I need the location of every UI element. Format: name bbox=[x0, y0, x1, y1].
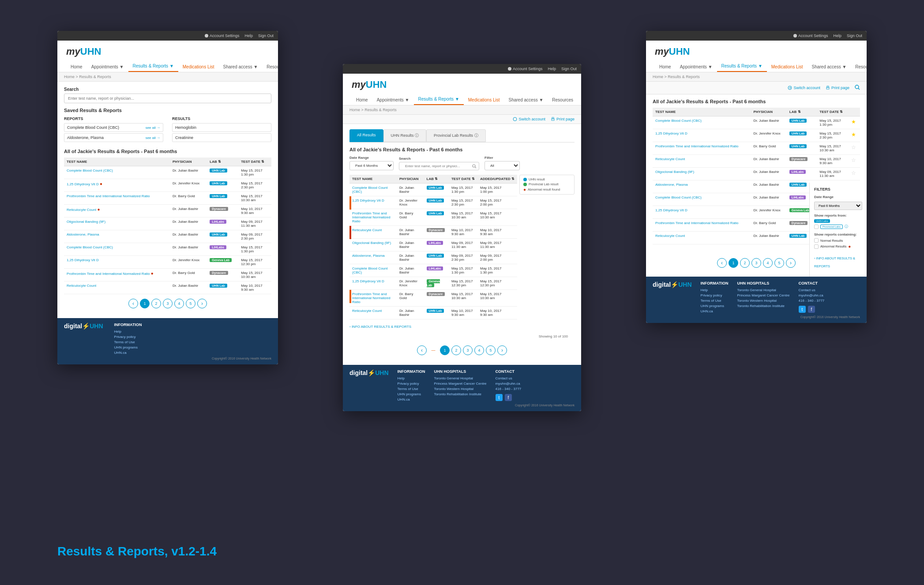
table-row[interactable]: Prothrombin Time and International Norma… bbox=[349, 209, 397, 226]
page-1-3[interactable]: 3 bbox=[163, 299, 173, 308]
help-2[interactable]: Help bbox=[833, 34, 841, 38]
table-row[interactable]: Complete Blood Count (CBC) bbox=[64, 243, 170, 256]
col-physician-3[interactable]: PHYSICIAN bbox=[397, 175, 424, 184]
nav-appointments-3[interactable]: Appointments ▼ bbox=[372, 95, 414, 105]
twitter-icon-3[interactable]: t bbox=[496, 394, 503, 401]
table-row[interactable]: Oligoclonal Banding (9F) bbox=[653, 168, 751, 180]
table-row[interactable]: 1,25 Dihydroxy Vit D bbox=[653, 206, 751, 219]
table-row[interactable]: Prothrombin Time and International Norma… bbox=[349, 290, 397, 307]
nav-appointments-1[interactable]: Appointments ▼ bbox=[87, 62, 128, 72]
nav-shared-2[interactable]: Shared access ▼ bbox=[807, 62, 851, 72]
star-cell[interactable]: ★ bbox=[849, 129, 860, 142]
star-cell[interactable]: ☆ bbox=[849, 168, 860, 180]
table-row[interactable]: 1,25 Dihydroxy Vit D ● bbox=[64, 179, 170, 192]
page-2-1[interactable]: 1 bbox=[729, 258, 738, 268]
col-test-2[interactable]: TEST NAME bbox=[653, 108, 751, 116]
breadcrumb-home-1[interactable]: Home bbox=[64, 75, 75, 79]
nav-shared-1[interactable]: Shared access ▼ bbox=[218, 62, 262, 72]
tab-all-results[interactable]: All Results bbox=[349, 129, 383, 142]
sign-out-3[interactable]: Sign Out bbox=[561, 67, 577, 71]
nav-resources-1[interactable]: Resources bbox=[262, 62, 278, 72]
table-row[interactable]: 1,25 Dihydroxy Vit D bbox=[349, 196, 397, 209]
facebook-icon-2[interactable]: f bbox=[808, 306, 815, 313]
table-row[interactable]: Reticulocyte Count bbox=[64, 281, 170, 294]
table-row[interactable]: Complete Blood Count (CBC) bbox=[653, 116, 751, 129]
star-cell[interactable]: ★ bbox=[849, 116, 860, 129]
table-row[interactable]: Prothrombin Time and International Norma… bbox=[64, 269, 170, 281]
report-row-2[interactable]: Aldosterone, Plasma see all → bbox=[64, 133, 163, 142]
nav-medications-3[interactable]: Medications List bbox=[464, 95, 504, 105]
col-test-1[interactable]: TEST NAME bbox=[64, 158, 170, 166]
col-added-3[interactable]: ADDED/UPDATED ⇅ bbox=[477, 175, 517, 184]
result-item-1[interactable]: Hemoglobin bbox=[172, 123, 271, 132]
nav-results-2[interactable]: Results & Reports ▼ bbox=[717, 61, 767, 72]
tab-uhn-results[interactable]: UHN Results ⓘ bbox=[383, 129, 427, 142]
page-3-2[interactable]: 2 bbox=[451, 345, 461, 355]
table-row[interactable]: Reticulocyte Count bbox=[653, 155, 751, 168]
nav-medications-1[interactable]: Medications List bbox=[178, 62, 219, 72]
table-row[interactable]: Aldosterone, Plasma bbox=[64, 230, 170, 243]
nav-resources-2[interactable]: Resources bbox=[851, 62, 867, 72]
page-2-2[interactable]: 2 bbox=[740, 258, 750, 268]
report-row-1[interactable]: Complete Blood Count (CBC) see all → bbox=[64, 123, 163, 132]
nav-appointments-2[interactable]: Appointments ▼ bbox=[676, 62, 717, 72]
nav-home-1[interactable]: Home bbox=[66, 62, 87, 72]
table-row[interactable]: 1,25 Dihydroxy Vit D bbox=[653, 129, 751, 142]
table-row[interactable]: Complete Blood Count (CBC) bbox=[64, 166, 170, 179]
help-1[interactable]: Help bbox=[244, 34, 253, 38]
normal-checkbox-2[interactable] bbox=[814, 238, 819, 243]
col-date-1[interactable]: TEST DATE ⇅ bbox=[238, 158, 271, 166]
table-row[interactable]: Oligoclonal Banding (9F) bbox=[349, 239, 397, 251]
page-3-3[interactable]: 3 bbox=[463, 345, 473, 355]
prev-page-1[interactable]: ‹ bbox=[128, 299, 138, 308]
star-cell[interactable]: ☆ bbox=[849, 142, 860, 155]
table-row[interactable]: Complete Blood Count (CBC) bbox=[349, 184, 397, 196]
col-lab-3[interactable]: LAB ⇅ bbox=[424, 175, 449, 184]
page-2-4[interactable]: 4 bbox=[763, 258, 773, 268]
page-1-4[interactable]: 4 bbox=[174, 299, 184, 308]
info-link-2[interactable]: › INFO ABOUT RESULTS & REPORTS bbox=[814, 253, 862, 269]
breadcrumb-section-1[interactable]: Results & Reports bbox=[79, 75, 111, 79]
result-item-2[interactable]: Creatinine bbox=[172, 133, 271, 142]
table-row[interactable]: Reticulocyte Count ● bbox=[64, 205, 170, 218]
page-1-5[interactable]: 5 bbox=[186, 299, 195, 308]
date-range-select-3[interactable]: Past 6 Months bbox=[349, 161, 394, 170]
table-row[interactable]: Reticulocyte Count bbox=[349, 226, 397, 239]
page-3-5[interactable]: 5 bbox=[486, 345, 496, 355]
provincial-checkbox-2[interactable] bbox=[814, 225, 819, 229]
print-page-3[interactable]: Print page bbox=[551, 117, 575, 121]
date-range-select-2[interactable]: Past 6 Months bbox=[814, 202, 862, 210]
help-3[interactable]: Help bbox=[548, 67, 556, 71]
col-test-3[interactable]: TEST NAME bbox=[349, 175, 397, 184]
account-settings-3[interactable]: Account Settings bbox=[508, 67, 543, 71]
col-lab-1[interactable]: LAB ⇅ bbox=[207, 158, 238, 166]
col-physician-2[interactable]: PHYSICIAN bbox=[751, 108, 786, 116]
next-page-3[interactable]: › bbox=[497, 345, 507, 355]
filter-select-3[interactable]: All bbox=[485, 161, 520, 170]
star-cell[interactable]: ☆ bbox=[849, 155, 860, 168]
col-physician-1[interactable]: PHYSICIAN bbox=[170, 158, 207, 166]
table-row[interactable]: Prothrombin Time and International Norma… bbox=[653, 142, 751, 155]
prev-page-3[interactable]: ‹ bbox=[417, 345, 427, 355]
table-row[interactable]: Prothrombin Time and International Norma… bbox=[653, 219, 751, 232]
nav-results-1[interactable]: Results & Reports ▼ bbox=[128, 61, 178, 72]
search-input-1[interactable] bbox=[64, 94, 271, 103]
nav-resources-3[interactable]: Resources bbox=[548, 95, 578, 105]
col-date-3[interactable]: TEST DATE ⇅ bbox=[449, 175, 477, 184]
prev-page-2[interactable]: ‹ bbox=[717, 258, 727, 268]
nav-shared-3[interactable]: Shared access ▼ bbox=[504, 95, 548, 105]
switch-account-3[interactable]: Switch account bbox=[513, 117, 545, 121]
sign-out-2[interactable]: Sign Out bbox=[847, 34, 862, 38]
page-3-4[interactable]: 4 bbox=[474, 345, 484, 355]
table-row[interactable]: Aldosterone, Plasma bbox=[653, 180, 751, 193]
page-2-5[interactable]: 5 bbox=[774, 258, 784, 268]
col-lab-2[interactable]: LAB ⇅ bbox=[787, 108, 817, 116]
sign-out-1[interactable]: Sign Out bbox=[258, 34, 274, 38]
facebook-icon-3[interactable]: f bbox=[505, 394, 512, 401]
nav-medications-2[interactable]: Medications List bbox=[767, 62, 808, 72]
tab-provincial-results[interactable]: Provincial Lab Results ⓘ bbox=[426, 129, 486, 142]
table-row[interactable]: Complete Blood Count (CBC) bbox=[349, 264, 397, 277]
table-row[interactable]: 1,25 Dihydroxy Vit D bbox=[64, 256, 170, 269]
table-row[interactable]: 1,25 Dihydroxy Vit D bbox=[349, 277, 397, 290]
account-settings-2[interactable]: Account Settings bbox=[793, 34, 828, 38]
